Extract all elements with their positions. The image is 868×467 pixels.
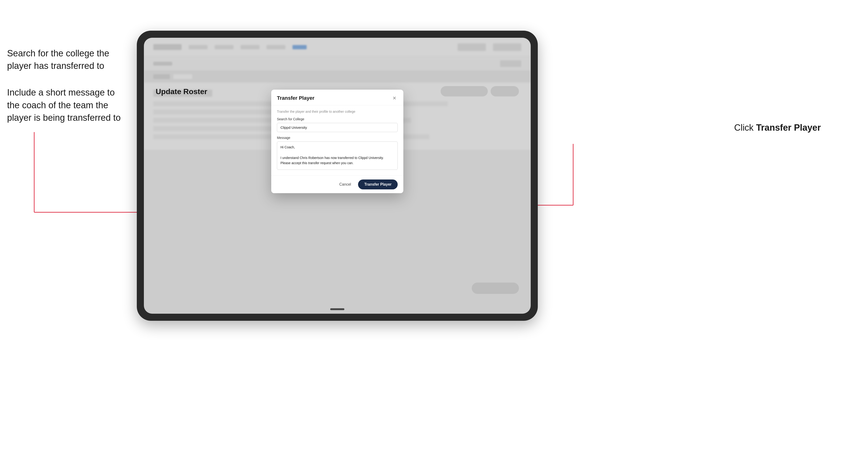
annotation-left-block: Search for the college the player has tr…: [7, 47, 125, 138]
cancel-button[interactable]: Cancel: [336, 180, 355, 189]
message-label: Message: [277, 136, 398, 139]
dialog-footer: Cancel Transfer Player: [271, 176, 403, 193]
modal-overlay: Transfer Player ✕ Transfer the player an…: [144, 38, 531, 314]
dialog-header: Transfer Player ✕: [271, 90, 403, 105]
transfer-player-button[interactable]: Transfer Player: [358, 180, 398, 189]
tablet-screen: Update Roster Transfer Player ✕ Transfer…: [144, 38, 531, 314]
college-search-input[interactable]: [277, 123, 398, 132]
dialog-close-button[interactable]: ✕: [391, 95, 398, 101]
transfer-player-dialog: Transfer Player ✕ Transfer the player an…: [271, 90, 403, 193]
college-label: Search for College: [277, 117, 398, 121]
message-textarea[interactable]: [277, 142, 398, 170]
annotation-right-text: Click Transfer Player: [734, 123, 821, 132]
dialog-title: Transfer Player: [277, 95, 314, 101]
annotation-search-text: Search for the college the player has tr…: [7, 47, 125, 72]
annotation-message-text: Include a short message to the coach of …: [7, 86, 125, 124]
tablet-device: Update Roster Transfer Player ✕ Transfer…: [137, 31, 538, 321]
dialog-subtitle: Transfer the player and their profile to…: [277, 110, 398, 114]
annotation-right-block: Click Transfer Player: [734, 123, 821, 133]
dialog-body: Transfer the player and their profile to…: [271, 105, 403, 176]
